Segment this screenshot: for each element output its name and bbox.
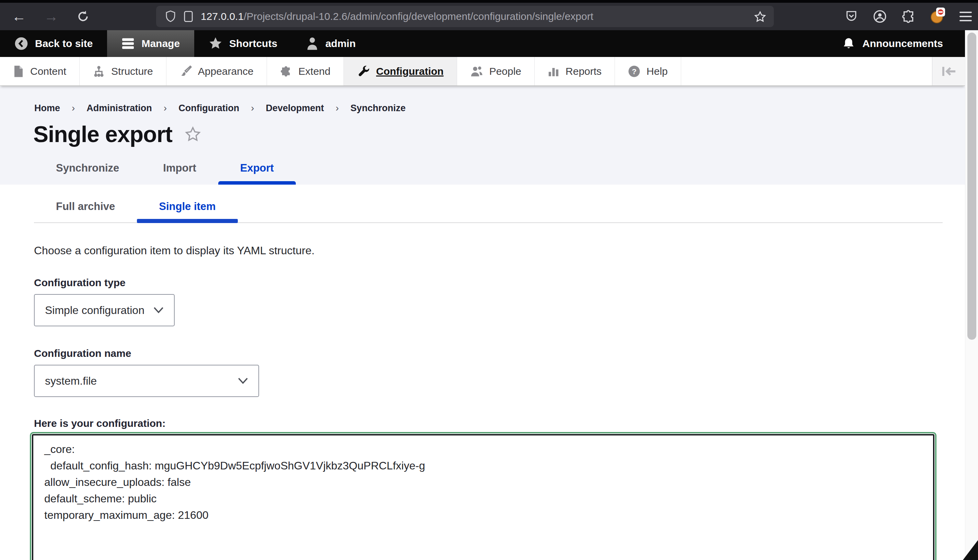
- config-type-select[interactable]: Simple configuration: [34, 294, 175, 326]
- main-content: Full archive Single item Choose a config…: [0, 185, 978, 560]
- configuration-wrench-icon: [357, 65, 370, 78]
- content-file-icon: [13, 65, 24, 78]
- menu-item-people[interactable]: People: [457, 57, 535, 85]
- breadcrumb-link-configuration[interactable]: Configuration: [178, 103, 239, 113]
- breadcrumb: Home › Administration › Configuration › …: [0, 86, 978, 113]
- help-question-icon: ?: [628, 65, 640, 78]
- config-name-value: system.file: [45, 375, 97, 387]
- svg-text:?: ?: [632, 67, 636, 76]
- url-host: 127.0.0.1: [201, 11, 244, 22]
- appearance-brush-icon: [180, 65, 192, 78]
- manage-menu-button[interactable]: Manage: [107, 30, 194, 57]
- tab-import[interactable]: Import: [141, 162, 218, 185]
- menu-label: Extend: [298, 65, 330, 77]
- config-name-label: Configuration name: [34, 348, 978, 359]
- announcements-label: Announcements: [862, 38, 943, 49]
- config-name-select[interactable]: system.file: [34, 365, 259, 397]
- bell-icon: [842, 37, 855, 50]
- shortcuts-button[interactable]: Shortcuts: [194, 30, 292, 57]
- menu-label: Structure: [111, 65, 153, 77]
- collapse-arrow-icon: [941, 65, 956, 77]
- page-info-icon[interactable]: [183, 11, 193, 22]
- browser-back-button[interactable]: ←: [12, 9, 26, 24]
- config-type-label: Configuration type: [34, 277, 978, 288]
- back-to-site-label: Back to site: [35, 38, 93, 49]
- tab-full-archive[interactable]: Full archive: [34, 185, 137, 222]
- breadcrumb-link-home[interactable]: Home: [34, 103, 60, 113]
- browser-toolbar: ← → 127.0.0.1/Projects/drupal-10.2.6/adm…: [0, 3, 978, 30]
- menu-item-appearance[interactable]: Appearance: [167, 57, 267, 85]
- menu-item-content[interactable]: Content: [0, 57, 80, 85]
- mouse-cursor: [963, 540, 978, 560]
- shortcuts-label: Shortcuts: [229, 38, 277, 49]
- breadcrumb-separator: ›: [251, 103, 254, 113]
- menu-label: Help: [646, 65, 668, 77]
- menu-label: Appearance: [198, 65, 253, 77]
- breadcrumb-separator: ›: [164, 103, 167, 113]
- url-text[interactable]: 127.0.0.1/Projects/drupal-10.2.6/admin/c…: [201, 11, 593, 22]
- reports-chart-icon: [548, 65, 559, 77]
- menu-label: People: [489, 65, 521, 77]
- menu-item-structure[interactable]: Structure: [80, 57, 167, 85]
- breadcrumb-link-development[interactable]: Development: [266, 103, 324, 113]
- browser-reload-button[interactable]: [76, 10, 90, 23]
- tab-single-item[interactable]: Single item: [137, 185, 237, 222]
- tab-export[interactable]: Export: [218, 162, 296, 185]
- chevron-left-circle-icon: [14, 37, 28, 50]
- tab-synchronize[interactable]: Synchronize: [34, 162, 141, 185]
- breadcrumb-link-synchronize[interactable]: Synchronize: [350, 103, 406, 113]
- drupal-admin-menu: Content Structure Appearance Extend Conf…: [0, 57, 965, 86]
- config-output-label: Here is your configuration:: [34, 418, 978, 429]
- browser-forward-button[interactable]: →: [44, 9, 58, 24]
- back-to-site-link[interactable]: Back to site: [0, 30, 107, 57]
- menu-item-reports[interactable]: Reports: [535, 57, 615, 85]
- menu-label: Content: [30, 65, 66, 77]
- address-bar[interactable]: 127.0.0.1/Projects/drupal-10.2.6/admin/c…: [156, 6, 774, 27]
- hamburger-icon: [122, 38, 135, 49]
- people-icon: [470, 65, 483, 78]
- breadcrumb-separator: ›: [72, 103, 75, 113]
- url-path: /Projects/drupal-10.2.6/admin/config/dev…: [244, 11, 593, 22]
- bookmark-star-icon[interactable]: [754, 11, 766, 23]
- menu-item-configuration[interactable]: Configuration: [344, 57, 457, 85]
- page-title: Single export: [33, 121, 172, 147]
- menu-collapse-button[interactable]: [932, 57, 965, 85]
- browser-extension-icon[interactable]: [931, 10, 945, 23]
- intro-text: Choose a configuration item to display i…: [34, 244, 978, 257]
- menu-label: Reports: [565, 65, 601, 77]
- window-top-edge: [0, 0, 978, 3]
- drupal-admin-toolbar: Back to site Manage Shortcuts admin Ann: [0, 30, 965, 57]
- admin-user-button[interactable]: admin: [292, 30, 370, 57]
- breadcrumb-link-administration[interactable]: Administration: [87, 103, 152, 113]
- shortcut-star-icon[interactable]: [185, 126, 201, 142]
- star-icon: [209, 37, 222, 50]
- menu-item-extend[interactable]: Extend: [267, 57, 344, 85]
- page-header: Home › Administration › Configuration › …: [0, 86, 978, 185]
- tracking-shield-icon[interactable]: [165, 10, 176, 23]
- browser-menu-icon[interactable]: [960, 12, 972, 21]
- page-scrollbar[interactable]: [965, 30, 978, 560]
- manage-label: Manage: [142, 38, 180, 49]
- primary-tabs: Synchronize Import Export: [34, 162, 296, 185]
- admin-user-label: admin: [325, 38, 355, 49]
- yaml-output-textarea[interactable]: _core: default_config_hash: mguGHCYb9Dw5…: [32, 434, 935, 560]
- chevron-down-icon: [153, 307, 164, 313]
- extensions-puzzle-icon[interactable]: [902, 10, 916, 23]
- screen: ← → 127.0.0.1/Projects/drupal-10.2.6/adm…: [0, 0, 978, 560]
- user-icon: [306, 37, 318, 50]
- breadcrumb-separator: ›: [336, 103, 339, 113]
- secondary-tabs: Full archive Single item: [34, 185, 943, 223]
- structure-sitemap-icon: [93, 65, 105, 78]
- pocket-save-icon[interactable]: [845, 10, 858, 23]
- config-type-value: Simple configuration: [45, 304, 145, 317]
- extend-puzzle-icon: [280, 65, 292, 78]
- menu-label: Configuration: [376, 65, 444, 77]
- account-icon[interactable]: [873, 10, 887, 23]
- chevron-down-icon: [238, 377, 248, 384]
- scrollbar-thumb[interactable]: [967, 33, 976, 340]
- announcements-button[interactable]: Announcements: [827, 30, 965, 57]
- menu-item-help[interactable]: ? Help: [615, 57, 681, 85]
